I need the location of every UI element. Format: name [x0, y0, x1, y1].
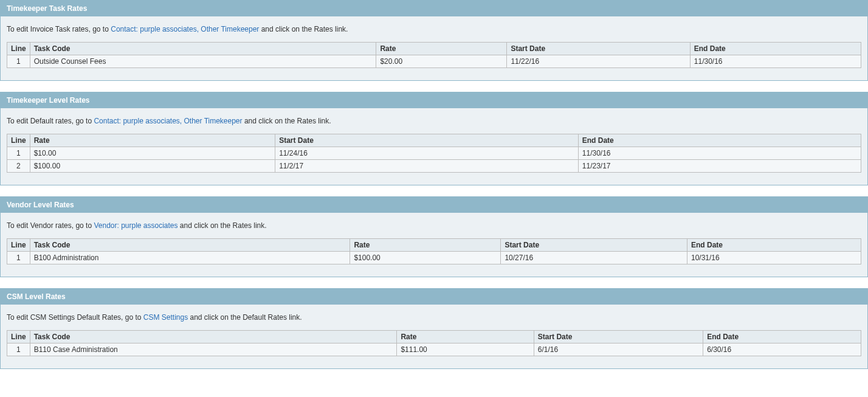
rates-table: LineRateStart DateEnd Date1$10.0011/24/1… [7, 134, 861, 173]
cell-line: 1 [7, 147, 30, 160]
intro-text: and click on the Rates link. [178, 221, 267, 230]
cell-value: B100 Administration [30, 252, 350, 264]
intro-link[interactable]: Contact: purple associates, Other Timeke… [94, 117, 242, 125]
intro-link[interactable]: Contact: purple associates, Other Timeke… [111, 25, 259, 33]
intro-text: To edit CSM Settings Default Rates, go t… [7, 313, 143, 322]
column-header: Rate [376, 43, 507, 55]
cell-value: B110 Case Administration [30, 343, 397, 356]
rates-panel: CSM Level RatesTo edit CSM Settings Defa… [0, 288, 868, 369]
cell-value: $10.00 [30, 147, 275, 160]
cell-value: $111.00 [397, 343, 534, 356]
column-header: Task Code [30, 43, 376, 55]
cell-value: 11/24/16 [275, 147, 579, 160]
cell-value: 11/23/17 [578, 160, 861, 173]
cell-value: 11/30/16 [578, 147, 861, 160]
cell-value: 6/1/16 [534, 343, 703, 356]
panel-body: To edit Vendor rates, go to Vendor: purp… [1, 213, 867, 277]
column-header: Rate [397, 331, 534, 343]
cell-value: 10/31/16 [687, 252, 861, 264]
column-header: Start Date [275, 134, 579, 147]
intro-text: and click on the Rates link. [259, 25, 348, 33]
column-header: End Date [687, 239, 861, 252]
rates-table: LineTask CodeRateStart DateEnd Date1Outs… [7, 42, 861, 68]
table-row: 1B100 Administration$100.0010/27/1610/31… [7, 252, 861, 264]
table-row: 1B110 Case Administration$111.006/1/166/… [7, 343, 861, 356]
column-header: Line [7, 331, 30, 343]
table-row: 2$100.0011/2/1711/23/17 [7, 160, 861, 173]
intro-text: To edit Invoice Task rates, go to [7, 25, 111, 33]
panel-intro: To edit Invoice Task rates, go to Contac… [7, 25, 861, 33]
panel-intro: To edit Default rates, go to Contact: pu… [7, 117, 861, 125]
rates-panel: Timekeeper Task RatesTo edit Invoice Tas… [0, 0, 868, 81]
column-header: Line [7, 43, 30, 55]
cell-value: $20.00 [376, 55, 507, 68]
column-header: Task Code [30, 239, 350, 252]
column-header: Task Code [30, 331, 397, 343]
rates-table: LineTask CodeRateStart DateEnd Date1B100… [7, 238, 861, 264]
rates-panel: Timekeeper Level RatesTo edit Default ra… [0, 92, 868, 185]
column-header: Line [7, 134, 30, 147]
intro-text: To edit Default rates, go to [7, 117, 94, 125]
panel-body: To edit CSM Settings Default Rates, go t… [1, 305, 867, 368]
cell-value: $100.00 [30, 160, 275, 173]
cell-value: 11/22/16 [507, 55, 690, 68]
cell-line: 1 [7, 343, 30, 356]
intro-text: To edit Vendor rates, go to [7, 221, 94, 230]
cell-value: 11/2/17 [275, 160, 579, 173]
column-header: Rate [30, 134, 275, 147]
column-header: End Date [578, 134, 861, 147]
panel-intro: To edit CSM Settings Default Rates, go t… [7, 313, 861, 322]
panel-header: CSM Level Rates [1, 289, 867, 305]
panel-intro: To edit Vendor rates, go to Vendor: purp… [7, 221, 861, 230]
column-header: End Date [703, 331, 861, 343]
panel-header: Timekeeper Task Rates [1, 1, 867, 16]
cell-value: 11/30/16 [690, 55, 861, 68]
column-header: Start Date [507, 43, 690, 55]
cell-line: 1 [7, 55, 30, 68]
table-row: 1Outside Counsel Fees$20.0011/22/1611/30… [7, 55, 861, 68]
cell-value: 6/30/16 [703, 343, 861, 356]
intro-link[interactable]: Vendor: purple associates [94, 221, 177, 230]
cell-value: Outside Counsel Fees [30, 55, 376, 68]
rates-panel: Vendor Level RatesTo edit Vendor rates, … [0, 196, 868, 277]
column-header: Line [7, 239, 30, 252]
panel-header: Vendor Level Rates [1, 197, 867, 213]
panel-body: To edit Default rates, go to Contact: pu… [1, 108, 867, 185]
cell-line: 2 [7, 160, 30, 173]
rates-table: LineTask CodeRateStart DateEnd Date1B110… [7, 330, 861, 356]
panel-header: Timekeeper Level Rates [1, 92, 867, 108]
intro-text: and click on the Rates link. [243, 117, 331, 125]
cell-value: $100.00 [350, 252, 501, 264]
cell-line: 1 [7, 252, 30, 264]
column-header: Rate [350, 239, 501, 252]
intro-link[interactable]: CSM Settings [143, 313, 188, 322]
column-header: Start Date [501, 239, 687, 252]
intro-text: and click on the Default Rates link. [188, 313, 301, 322]
cell-value: 10/27/16 [501, 252, 687, 264]
table-row: 1$10.0011/24/1611/30/16 [7, 147, 861, 160]
panel-body: To edit Invoice Task rates, go to Contac… [1, 16, 867, 80]
column-header: End Date [690, 43, 861, 55]
column-header: Start Date [534, 331, 703, 343]
